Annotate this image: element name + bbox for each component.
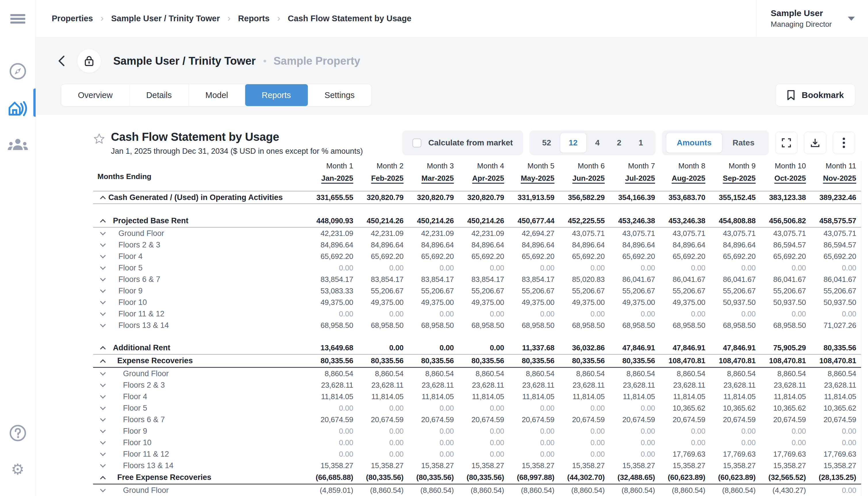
cell-value: (80,335.56)	[404, 473, 454, 482]
chevron-down-icon[interactable]	[100, 462, 106, 467]
month-column-header: Month 11Nov-2025	[806, 161, 856, 183]
period-option-52[interactable]: 52	[533, 133, 560, 153]
section-total-row: Additional Rent13,649.680.000.000.0011,3…	[93, 341, 868, 355]
chevron-down-icon[interactable]	[100, 450, 106, 456]
period-option-2[interactable]: 2	[608, 133, 630, 153]
calculate-from-market-checkbox[interactable]	[413, 139, 421, 148]
menu-toggle-button[interactable]	[0, 12, 36, 26]
detail-row: Ground Floor(4,859.01)(8,860.54)(8,860.5…	[93, 484, 868, 496]
chevron-down-icon[interactable]	[100, 404, 106, 410]
tabs: OverviewDetailsModelReportsSettings	[61, 84, 372, 106]
download-button[interactable]	[804, 131, 826, 154]
chevron-down-icon[interactable]	[100, 241, 106, 247]
favorite-star-button[interactable]	[93, 133, 105, 145]
chevron-down-icon[interactable]	[100, 230, 106, 235]
cell-value: 23,628.11	[605, 381, 655, 390]
chevron-down-icon[interactable]	[100, 381, 106, 387]
chevron-down-icon[interactable]	[100, 416, 106, 422]
user-menu[interactable]: Sample User Managing Director	[756, 0, 868, 37]
cell-value: 23,628.11	[404, 381, 454, 390]
chevron-up-icon[interactable]	[100, 476, 106, 482]
month-date-link[interactable]: Jan-2025	[321, 174, 353, 183]
sidebar-item-team[interactable]	[0, 131, 36, 159]
breadcrumb-item[interactable]: Cash Flow Statement by Usage	[288, 14, 411, 23]
chevron-down-icon[interactable]	[100, 252, 106, 258]
month-date-link[interactable]: Feb-2025	[371, 174, 404, 183]
row-label: Floors 13 & 14	[123, 461, 174, 470]
chevron-down-icon[interactable]	[100, 287, 106, 293]
sidebar-item-explore[interactable]	[0, 58, 36, 85]
cell-value: 55,206.67	[605, 286, 655, 295]
cell-value: 53,083.33	[303, 286, 353, 295]
month-date-link[interactable]: Sep-2025	[723, 174, 756, 183]
chevron-down-icon[interactable]	[100, 370, 106, 376]
sidebar-item-help[interactable]	[0, 420, 36, 446]
view-option-amounts[interactable]: Amounts	[666, 133, 722, 153]
chevron-down-icon[interactable]	[100, 393, 106, 399]
breadcrumb-item[interactable]: Sample User / Trinity Tower	[111, 14, 220, 23]
vertical-scrollbar-gutter[interactable]	[861, 161, 868, 496]
cell-value: 49,375.00	[655, 298, 705, 307]
chevron-down-icon[interactable]	[100, 298, 106, 304]
period-option-4[interactable]: 4	[587, 133, 608, 153]
month-column-header: Month 6Jun-2025	[555, 161, 605, 183]
tab-model[interactable]: Model	[189, 84, 245, 106]
chevron-down-icon[interactable]	[100, 427, 106, 433]
month-date-link[interactable]: Mar-2025	[421, 174, 454, 183]
row-label: Floor 9	[123, 427, 147, 436]
month-date-link[interactable]: May-2025	[521, 174, 555, 183]
chevron-up-icon[interactable]	[100, 346, 106, 352]
fullscreen-button[interactable]	[775, 131, 797, 154]
cell-value: 49,375.00	[555, 298, 605, 307]
back-button[interactable]	[53, 54, 69, 68]
bookmark-button[interactable]: Bookmark	[775, 84, 855, 106]
chevron-down-icon[interactable]	[100, 486, 106, 492]
period-option-1[interactable]: 1	[630, 133, 652, 153]
chevron-up-icon[interactable]	[100, 359, 106, 365]
tab-settings[interactable]: Settings	[308, 84, 371, 106]
more-options-button[interactable]	[833, 131, 855, 154]
tab-reports[interactable]: Reports	[245, 84, 308, 106]
month-date-link[interactable]: Jul-2025	[625, 174, 655, 183]
chevron-down-icon[interactable]	[100, 439, 106, 445]
lock-badge	[77, 49, 101, 73]
chevron-down-icon[interactable]	[100, 322, 106, 327]
breadcrumb-item[interactable]: Properties	[52, 14, 93, 23]
month-date-link[interactable]: Apr-2025	[472, 174, 504, 183]
period-option-12[interactable]: 12	[560, 133, 587, 153]
month-column-header: Month 8Aug-2025	[655, 161, 705, 183]
cell-value: 84,896.64	[555, 241, 605, 249]
cell-value: 8,860.54	[555, 369, 605, 378]
cell-value: 84,896.64	[303, 241, 353, 249]
month-date-link[interactable]: Oct-2025	[774, 174, 806, 183]
lock-icon	[84, 55, 94, 67]
cell-value: 68,958.50	[756, 321, 806, 330]
sidebar-item-settings[interactable]: ⚙	[0, 456, 36, 482]
tab-details[interactable]: Details	[130, 84, 189, 106]
chevron-down-icon[interactable]	[100, 264, 106, 270]
row-label: Projected Base Rent	[113, 216, 188, 225]
chevron-down-icon[interactable]	[100, 276, 106, 281]
cell-value: 86,594.57	[756, 241, 806, 249]
view-option-rates[interactable]: Rates	[722, 133, 765, 153]
month-date-link[interactable]: Nov-2025	[823, 174, 856, 183]
row-label: Expense Recoveries	[117, 356, 193, 365]
chevron-up-icon[interactable]	[100, 196, 106, 201]
cell-value: 23,628.11	[705, 381, 756, 390]
row-label: Floor 5	[123, 404, 147, 413]
sidebar-item-properties[interactable]	[0, 95, 36, 122]
month-date-link[interactable]: Aug-2025	[672, 174, 705, 183]
chevron-up-icon[interactable]	[100, 219, 106, 225]
month-column-header: Month 1Jan-2025	[303, 161, 353, 183]
cell-value: 0.00	[756, 310, 806, 319]
chevron-down-icon[interactable]	[100, 310, 106, 316]
cell-value: 80,335.56	[404, 356, 454, 365]
tab-overview[interactable]: Overview	[61, 84, 130, 106]
cell-value: 0.00	[504, 310, 555, 319]
month-number-label: Month 6	[555, 161, 605, 170]
month-date-link[interactable]: Jun-2025	[572, 174, 605, 183]
cell-value: 49,375.00	[605, 298, 655, 307]
cell-value: 23,628.11	[353, 381, 404, 390]
breadcrumb-item[interactable]: Reports	[238, 14, 269, 23]
cell-value: 50,937.50	[806, 298, 856, 307]
